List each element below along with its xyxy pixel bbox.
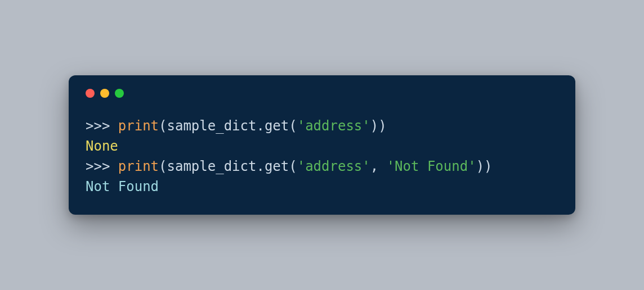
traffic-lights xyxy=(86,89,558,98)
builtin-func: print xyxy=(118,158,159,174)
dot: . xyxy=(256,118,264,134)
terminal-window: >>> print(sample_dict.get('address')) No… xyxy=(69,75,575,215)
method: get xyxy=(265,118,289,134)
paren: ) xyxy=(476,158,484,174)
paren: ( xyxy=(159,118,167,134)
paren: ( xyxy=(289,118,297,134)
repl-prompt: >>> xyxy=(86,118,118,134)
string-literal: 'Not Found' xyxy=(387,158,476,174)
identifier: sample_dict xyxy=(167,158,257,174)
paren: ) xyxy=(370,118,378,134)
paren: ) xyxy=(378,118,386,134)
repl-prompt: >>> xyxy=(86,158,118,174)
builtin-func: print xyxy=(118,118,159,134)
paren: ( xyxy=(289,158,297,174)
dot: . xyxy=(256,158,264,174)
repl-output: None xyxy=(86,138,118,154)
paren: ) xyxy=(484,158,492,174)
string-literal: 'address' xyxy=(297,158,370,174)
close-icon[interactable] xyxy=(86,89,95,98)
method: get xyxy=(265,158,289,174)
paren: ( xyxy=(159,158,167,174)
repl-output: Not Found xyxy=(86,179,159,194)
code-block: >>> print(sample_dict.get('address')) No… xyxy=(86,116,558,197)
maximize-icon[interactable] xyxy=(115,89,124,98)
comma: , xyxy=(370,158,387,174)
minimize-icon[interactable] xyxy=(100,89,109,98)
string-literal: 'address' xyxy=(297,118,370,134)
identifier: sample_dict xyxy=(167,118,257,134)
